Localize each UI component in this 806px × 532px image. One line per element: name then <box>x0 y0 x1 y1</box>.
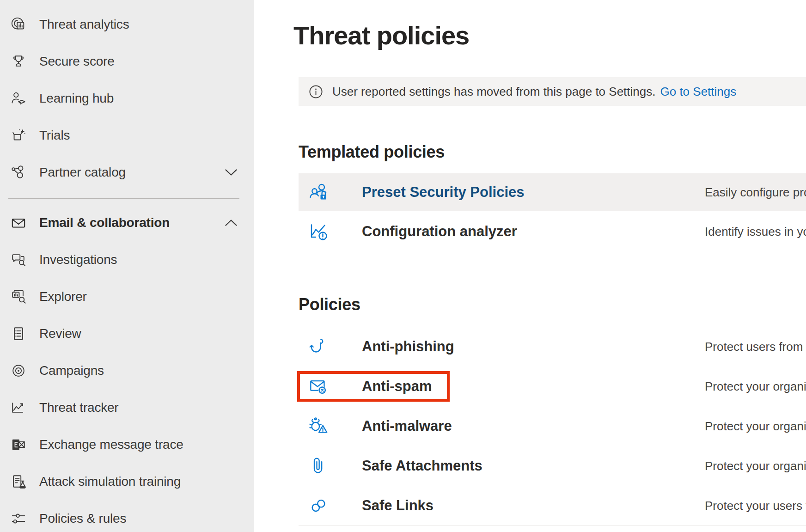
sidebar-item-review[interactable]: Review <box>0 315 254 352</box>
exchange-icon <box>10 436 27 453</box>
anti-phishing-icon <box>309 336 329 357</box>
info-icon <box>309 85 323 99</box>
sidebar-item-label: Investigations <box>39 252 117 267</box>
sidebar-item-threat-analytics[interactable]: Threat analytics <box>0 6 254 43</box>
sidebar-item-label: Email & collaboration <box>39 215 170 230</box>
partner-catalog-icon <box>10 164 27 181</box>
sidebar-item-label: Threat analytics <box>39 17 129 32</box>
sidebar-item-label: Partner catalog <box>39 165 126 180</box>
secure-score-icon <box>10 53 27 70</box>
sidebar-item-email-collaboration[interactable]: Email & collaboration <box>0 204 254 241</box>
chevron-up-icon[interactable] <box>225 219 238 226</box>
preset-security-icon <box>309 182 329 202</box>
attack-simulation-icon <box>10 473 27 490</box>
learning-hub-icon <box>10 90 27 107</box>
row-description: Protect your organiz <box>705 459 806 473</box>
sidebar-item-learning-hub[interactable]: Learning hub <box>0 80 254 117</box>
sidebar-item-partner-catalog[interactable]: Partner catalog <box>0 154 254 191</box>
sidebar-item-policies-rules[interactable]: Policies & rules <box>0 500 254 532</box>
banner-message: User reported settings has moved from th… <box>332 85 655 99</box>
sidebar-navigation: Threat analytics Secure score Learning h… <box>0 0 254 532</box>
go-to-settings-link[interactable]: Go to Settings <box>660 85 736 99</box>
sidebar-item-label: Trials <box>39 128 70 143</box>
row-anti-spam[interactable]: Anti-spam Protect your organiz <box>299 367 806 407</box>
sidebar-item-secure-score[interactable]: Secure score <box>0 43 254 80</box>
row-configuration-analyzer[interactable]: Configuration analyzer Identify issues i… <box>299 211 806 252</box>
policies-heading: Policies <box>299 295 360 314</box>
configuration-analyzer-icon <box>309 221 329 242</box>
sidebar-item-label: Review <box>39 326 81 341</box>
sidebar-item-label: Policies & rules <box>39 511 126 526</box>
row-label: Anti-malware <box>362 418 452 434</box>
trials-icon <box>10 127 27 144</box>
sidebar-item-trials[interactable]: Trials <box>0 117 254 154</box>
row-label: Safe Links <box>362 497 434 514</box>
sidebar-item-label: Exchange message trace <box>39 437 183 452</box>
anti-malware-icon <box>309 416 329 436</box>
row-description: Protect users from p <box>705 340 806 354</box>
row-label: Anti-spam <box>362 378 432 395</box>
safe-links-icon <box>309 495 329 516</box>
row-preset-security-policies[interactable]: Preset Security Policies Easily configur… <box>299 173 806 211</box>
row-safe-links[interactable]: Safe Links Protect your users fr <box>299 486 806 526</box>
row-description: Identify issues in you <box>705 225 806 239</box>
sidebar-item-campaigns[interactable]: Campaigns <box>0 352 254 389</box>
sidebar-item-exchange-message-trace[interactable]: Exchange message trace <box>0 426 254 463</box>
investigations-icon <box>10 251 27 268</box>
campaigns-icon <box>10 362 27 379</box>
sidebar-item-label: Explorer <box>39 289 87 304</box>
explorer-icon <box>10 288 27 305</box>
row-label: Configuration analyzer <box>362 223 517 240</box>
row-safe-attachments[interactable]: Safe Attachments Protect your organiz <box>299 446 806 486</box>
row-anti-malware[interactable]: Anti-malware Protect your organiz <box>299 406 806 446</box>
sidebar-item-threat-tracker[interactable]: Threat tracker <box>0 389 254 426</box>
info-banner: User reported settings has moved from th… <box>299 77 806 106</box>
threat-analytics-icon <box>10 16 27 33</box>
sidebar-item-explorer[interactable]: Explorer <box>0 278 254 315</box>
row-label: Safe Attachments <box>362 458 482 474</box>
sidebar-item-label: Secure score <box>39 54 115 69</box>
sidebar-item-label: Attack simulation training <box>39 474 181 489</box>
row-label: Anti-phishing <box>362 338 454 355</box>
email-collaboration-icon <box>10 214 27 231</box>
chevron-down-icon[interactable] <box>225 169 238 176</box>
page-title: Threat policies <box>293 20 469 50</box>
row-anti-phishing[interactable]: Anti-phishing Protect users from p <box>299 327 806 367</box>
safe-attachments-icon <box>309 456 329 476</box>
row-description: Protect your organiz <box>705 379 806 394</box>
row-label: Preset Security Policies <box>362 184 525 201</box>
sidebar-divider <box>8 198 239 199</box>
row-description: Easily configure prot <box>705 185 806 200</box>
threat-tracker-icon <box>10 399 27 416</box>
sidebar-item-investigations[interactable]: Investigations <box>0 241 254 278</box>
sidebar-item-label: Learning hub <box>39 91 114 106</box>
templated-policies-heading: Templated policies <box>299 142 445 162</box>
row-description: Protect your organiz <box>705 419 806 434</box>
main-content: Threat policies User reported settings h… <box>254 0 806 532</box>
sidebar-item-label: Threat tracker <box>39 400 118 415</box>
anti-spam-icon <box>309 376 329 397</box>
row-description: Protect your users fr <box>705 499 806 513</box>
sidebar-item-attack-simulation-training[interactable]: Attack simulation training <box>0 463 254 500</box>
review-icon <box>10 325 27 342</box>
policies-rules-icon <box>10 510 27 527</box>
sidebar-item-label: Campaigns <box>39 363 104 378</box>
